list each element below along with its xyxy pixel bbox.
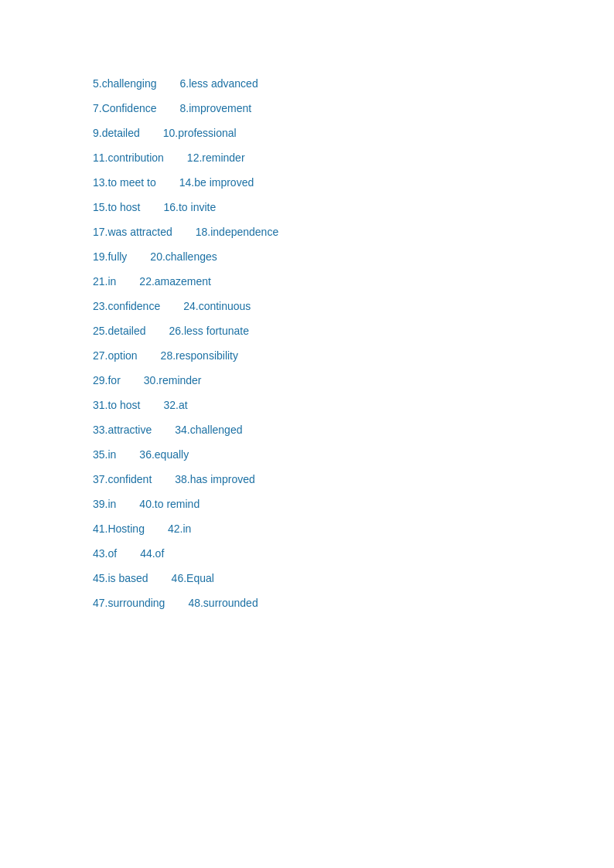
answer-item: 17.was attracted [93, 226, 172, 238]
answer-row: 41.Hosting42.in [93, 523, 521, 535]
answer-item: 48.surrounded [188, 597, 258, 609]
answer-item: 24.continuous [183, 300, 251, 312]
answer-item: 29.for [93, 374, 121, 386]
answer-item: 37.confident [93, 473, 152, 485]
answer-item: 25.detailed [93, 325, 146, 337]
answer-item: 28.responsibility [161, 349, 238, 362]
answer-row: 7.Confidence8.improvement [93, 102, 521, 114]
answer-row: 37.confident38.has improved [93, 473, 521, 485]
answer-item: 13.to meet to [93, 176, 156, 189]
answer-item: 33.attractive [93, 424, 152, 436]
answer-row: 35.in36.equally [93, 448, 521, 461]
answer-item: 5.challenging [93, 77, 157, 90]
answer-row: 45.is based46.Equal [93, 572, 521, 584]
answer-item: 23.confidence [93, 300, 160, 312]
answer-row: 27.option28.responsibility [93, 349, 521, 362]
answer-item: 43.of [93, 547, 117, 560]
answer-item: 6.less advanced [180, 77, 258, 90]
answer-row: 43.of44.of [93, 547, 521, 560]
answer-row: 47.surrounding48.surrounded [93, 597, 521, 609]
answer-item: 9.detailed [93, 127, 140, 139]
answer-item: 26.less fortunate [169, 325, 250, 337]
main-content: 5.challenging6.less advanced7.Confidence… [0, 0, 614, 668]
answer-item: 36.equally [139, 448, 189, 461]
answer-item: 46.Equal [172, 572, 214, 584]
answer-item: 16.to invite [164, 201, 217, 213]
answer-item: 18.independence [196, 226, 278, 238]
answer-item: 10.professional [163, 127, 237, 139]
answer-item: 34.challenged [175, 424, 242, 436]
answer-item: 41.Hosting [93, 523, 145, 535]
answer-item: 32.at [164, 399, 188, 411]
answer-row: 21.in22.amazement [93, 275, 521, 288]
answer-item: 11.contribution [93, 151, 164, 164]
answer-row: 31.to host32.at [93, 399, 521, 411]
answer-item: 15.to host [93, 201, 141, 213]
answer-row: 19.fully20.challenges [93, 250, 521, 263]
answer-row: 29.for30.reminder [93, 374, 521, 386]
answer-item: 44.of [140, 547, 164, 560]
answer-item: 8.improvement [180, 102, 252, 114]
answer-row: 9.detailed10.professional [93, 127, 521, 139]
answer-item: 42.in [168, 523, 191, 535]
answer-item: 12.reminder [187, 151, 245, 164]
answer-row: 11.contribution12.reminder [93, 151, 521, 164]
answer-row: 23.confidence24.continuous [93, 300, 521, 312]
answer-item: 35.in [93, 448, 116, 461]
answer-row: 33.attractive34.challenged [93, 424, 521, 436]
answer-item: 27.option [93, 349, 138, 362]
answer-item: 31.to host [93, 399, 141, 411]
answer-item: 7.Confidence [93, 102, 157, 114]
answer-item: 20.challenges [150, 250, 217, 263]
answer-item: 30.reminder [144, 374, 202, 386]
answer-item: 40.to remind [139, 498, 200, 510]
answer-item: 39.in [93, 498, 116, 510]
answer-item: 19.fully [93, 250, 127, 263]
answer-item: 14.be improved [179, 176, 254, 189]
answer-item: 22.amazement [139, 275, 211, 288]
answer-item: 38.has improved [175, 473, 255, 485]
answer-row: 5.challenging6.less advanced [93, 77, 521, 90]
answer-item: 45.is based [93, 572, 148, 584]
answer-row: 39.in40.to remind [93, 498, 521, 510]
answer-item: 47.surrounding [93, 597, 165, 609]
answer-row: 13.to meet to14.be improved [93, 176, 521, 189]
answer-row: 25.detailed26.less fortunate [93, 325, 521, 337]
answer-row: 17.was attracted18.independence [93, 226, 521, 238]
answer-row: 15.to host16.to invite [93, 201, 521, 213]
answer-item: 21.in [93, 275, 116, 288]
